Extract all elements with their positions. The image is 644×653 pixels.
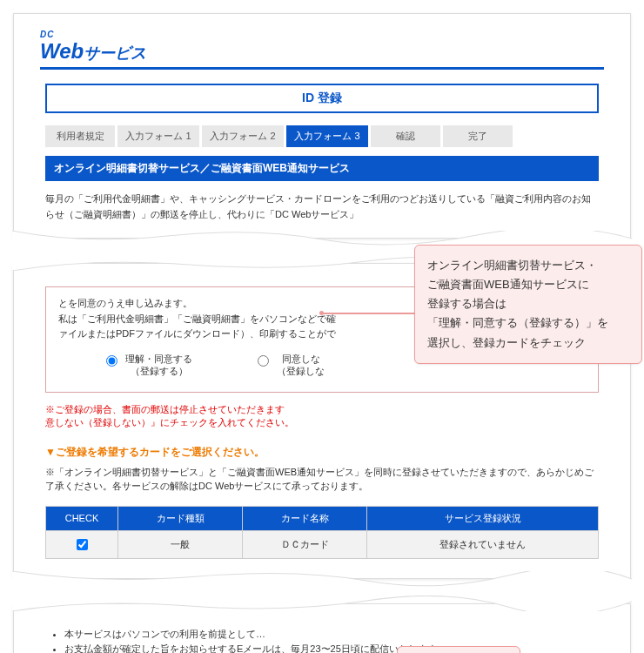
th-status: サービス登録状況 [367, 506, 599, 530]
radio-disagree-wrap[interactable]: 同意しな（登録しな [253, 353, 325, 378]
logo-svc: サービス [84, 44, 146, 62]
step-form1: 入力フォーム 1 [117, 125, 199, 147]
radio-disagree[interactable] [258, 355, 269, 367]
callout-line: ご融資書面WEB通知サービスに [427, 278, 589, 291]
step-form2: 入力フォーム 2 [202, 125, 284, 147]
th-check: CHECK [46, 506, 118, 530]
radio-agree-wrap[interactable]: 理解・同意する（登録する） [102, 353, 192, 378]
card-checkbox[interactable] [77, 539, 88, 550]
radio-agree-label: 理解・同意する [125, 353, 192, 365]
callout-consent: オンライン明細書切替サービス・ ご融資書面WEB通知サービスに 登録する場合は … [414, 245, 642, 363]
step-form3: 入力フォーム 3 [286, 125, 368, 147]
logo-dc: DC [40, 30, 146, 39]
callout-press: 押す [397, 646, 520, 653]
table-row: 一般 ＤＣカード 登録されていません [46, 530, 599, 558]
card-select-heading: ▼ご登録を希望するカードをご選択ください。 [45, 445, 599, 460]
logo-web: Web [40, 39, 84, 63]
step-bar: 利用者規定 入力フォーム 1 入力フォーム 2 入力フォーム 3 確認 完了 [45, 125, 599, 147]
page-title: ID 登録 [45, 84, 599, 113]
radio-agree[interactable] [106, 355, 117, 367]
callout-line: 登録する場合は [427, 297, 506, 310]
td-type: 一般 [118, 530, 243, 558]
divider [40, 67, 604, 70]
warning-text: ※ご登録の場合、書面の郵送は停止させていただきます 意しない（登録しない）』にチ… [45, 403, 599, 429]
note-item: 本サービスはパソコンでの利用を前提として… [64, 627, 599, 643]
td-status: 登録されていません [367, 530, 599, 558]
section-heading: オンライン明細書切替サービス／ご融資書面WEB通知サービス [45, 156, 599, 181]
logo: DC Webサービス [40, 30, 604, 64]
step-terms: 利用者規定 [45, 125, 115, 147]
th-type: カード種類 [118, 506, 243, 530]
panel-notes: 押す 本サービスはパソコンでの利用を前提として… お支払金額が確定した旨をお知ら… [13, 603, 631, 653]
td-name: ＤＣカード [243, 530, 367, 558]
card-select-note: ※「オンライン明細書切替サービス」と「ご融資書面WEB通知サービス」を同時に登録… [45, 465, 599, 494]
intro-text: 毎月の「ご利用代金明細書」や、キャッシングサービス・カードローンをご利用のつどお… [45, 192, 599, 222]
card-table: CHECK カード種類 カード名称 サービス登録状況 一般 ＤＣカード 登録され… [45, 506, 599, 559]
radio-agree-sublabel: （登録する） [125, 365, 192, 377]
th-name: カード名称 [243, 506, 367, 530]
callout-line: 選択し、登録カードをチェック [427, 336, 586, 349]
radio-disagree-sublabel: （登録しな [277, 365, 325, 377]
step-done: 完了 [443, 125, 513, 147]
panel-consent: オンライン明細書切替サービス・ ご融資書面WEB通知サービスに 登録する場合は … [13, 263, 631, 578]
radio-disagree-label: 同意しな [277, 353, 325, 365]
torn-edge-bottom [12, 571, 632, 587]
callout-line: オンライン明細書切替サービス・ [427, 259, 597, 272]
panel-header: DC Webサービス ID 登録 利用者規定 入力フォーム 1 入力フォーム 2… [13, 13, 631, 239]
callout-line: 「理解・同意する（登録する）」を [427, 316, 608, 329]
torn-edge-top [12, 596, 632, 611]
step-confirm: 確認 [371, 125, 440, 147]
